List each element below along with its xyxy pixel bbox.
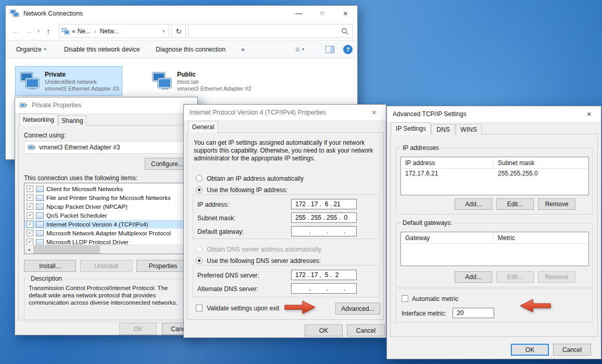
list-item[interactable]: ✓File and Printer Sharing for Microsoft …	[24, 193, 190, 202]
ip-remove-button[interactable]: Remove	[538, 198, 575, 210]
address-dropdown-icon[interactable]: ∨	[162, 29, 165, 33]
column-header-gateway[interactable]: Gateway	[401, 232, 494, 244]
maximize-button[interactable]: □	[310, 6, 334, 21]
close-button[interactable]: ×	[334, 6, 357, 21]
ok-button[interactable]: OK	[305, 324, 343, 336]
tab-sharing[interactable]: Sharing	[58, 115, 86, 125]
breadcrumb-overflow[interactable]: «	[72, 28, 76, 35]
preview-pane-icon[interactable]	[325, 46, 334, 53]
column-header-ip[interactable]: IP address	[401, 157, 494, 169]
titlebar[interactable]: Internet Protocol Version 4 (TCP/IPv4) P…	[184, 105, 386, 120]
file-printer-sharing-icon	[36, 195, 44, 201]
ip-addresses-listview[interactable]: IP address Subnet mask 172.17.6.21 255.2…	[400, 157, 589, 195]
refresh-button[interactable]: ↻	[171, 24, 186, 38]
uninstall-button[interactable]: Uninstall	[80, 260, 132, 272]
gateways-listview[interactable]: Gateway Metric	[400, 232, 589, 266]
breadcrumb-crumb-2[interactable]: Netw...	[100, 28, 119, 35]
search-input[interactable]	[188, 24, 353, 38]
ok-button[interactable]: OK	[119, 323, 157, 335]
tab-general[interactable]: General	[188, 121, 218, 133]
list-item[interactable]: ✓QoS Packet Scheduler	[24, 211, 190, 220]
lldp-icon	[36, 239, 44, 245]
ip-cell[interactable]: 172.17.6.21	[401, 169, 494, 178]
forward-button[interactable]: →	[24, 21, 32, 40]
alternate-dns-field[interactable]: . . .	[291, 283, 357, 294]
column-header-metric[interactable]: Metric	[494, 232, 588, 244]
scrollbar-thumb[interactable]	[33, 245, 100, 254]
radio-use-dns-label[interactable]: Use the following DNS server addresses:	[207, 257, 321, 265]
tab-networking[interactable]: Networking	[19, 114, 58, 125]
properties-button[interactable]: Properties	[136, 260, 190, 272]
ok-button[interactable]: OK	[511, 344, 549, 356]
list-item[interactable]: ✓Microsoft Network Adapter Multiplexor P…	[24, 229, 190, 237]
ip-address-field[interactable]: 172 . 17 . 6 . 21	[291, 199, 357, 209]
up-button[interactable]: ↑	[46, 21, 51, 40]
radio-use-ip[interactable]	[196, 186, 203, 193]
multiplexor-icon	[36, 230, 44, 236]
preferred-dns-field[interactable]: 172 . 17 . 5 . 2	[291, 270, 357, 280]
default-gateway-field[interactable]: . . .	[291, 226, 357, 236]
validate-checkbox-label[interactable]: Validate settings upon exit	[207, 305, 279, 312]
mask-cell[interactable]: 255.255.255.0	[494, 169, 588, 178]
radio-obtain-dns-label: Obtain DNS server address automatically	[207, 246, 321, 253]
radio-use-ip-label[interactable]: Use the following IP address:	[207, 186, 287, 194]
breadcrumb-crumb-1[interactable]: Ne...	[78, 28, 91, 35]
cancel-button[interactable]: Cancel	[347, 324, 385, 336]
gateway-remove-button[interactable]: Remove	[538, 271, 575, 283]
red-arrow-interface-metric	[519, 298, 551, 313]
organize-menu[interactable]: Organize ▾	[16, 41, 46, 58]
address-bar[interactable]: « Ne... › Netw... ∨	[59, 24, 169, 38]
history-dropdown-icon[interactable]: ∨	[37, 21, 40, 40]
navigation-bar: ← → ∨ ↑ « Ne... › Netw... ∨ ↻	[6, 21, 357, 41]
list-item[interactable]: ✓Client for Microsoft Networks	[24, 184, 190, 193]
install-button[interactable]: Install...	[24, 260, 76, 272]
minimize-button[interactable]: —	[287, 6, 310, 21]
tab-dns[interactable]: DNS	[431, 124, 455, 134]
automatic-metric-label[interactable]: Automatic metric	[412, 295, 458, 303]
column-header-mask[interactable]: Subnet mask	[494, 157, 588, 169]
checkbox-checked[interactable]: ✓	[27, 194, 33, 201]
gateway-add-button[interactable]: Add...	[455, 271, 492, 283]
window-title: Internet Protocol Version 4 (TCP/IPv4) P…	[190, 109, 326, 116]
change-view-button[interactable]: ≡ ▾	[295, 41, 304, 58]
radio-obtain-ip[interactable]	[196, 175, 203, 182]
scroll-left-button[interactable]: ◄	[24, 245, 33, 254]
horizontal-scrollbar[interactable]: ◄ ►	[24, 245, 190, 254]
client-icon	[36, 186, 44, 192]
titlebar[interactable]: Advanced TCP/IP Settings ×	[387, 106, 601, 122]
list-item[interactable]: ✓Npcap Packet Driver (NPCAP)	[24, 202, 190, 211]
connection-tile-public[interactable]: Public lrtest.lab vmxnet3 Ethernet Adapt…	[147, 66, 258, 96]
back-button[interactable]: ←	[12, 21, 20, 40]
network-adapter-icon	[18, 71, 41, 92]
interface-metric-field[interactable]: 20	[453, 308, 494, 318]
disable-device-command[interactable]: Disable this network device	[64, 41, 140, 58]
close-button[interactable]: ×	[362, 105, 386, 120]
connection-tile-private[interactable]: Private Unidentified network vmxnet3 Eth…	[15, 66, 122, 96]
advanced-button[interactable]: Advanced...	[335, 303, 380, 315]
subnet-mask-field[interactable]: 255 . 255 . 255 . 0	[291, 212, 357, 223]
checkbox-checked[interactable]: ✓	[27, 203, 33, 210]
item-label: Microsoft Network Adapter Multiplexor Pr…	[46, 230, 171, 236]
ip-add-button[interactable]: Add...	[455, 198, 492, 210]
tab-wins[interactable]: WINS	[456, 124, 482, 134]
cancel-button[interactable]: Cancel	[553, 344, 591, 356]
automatic-metric-checkbox[interactable]	[402, 295, 408, 302]
ip-edit-button[interactable]: Edit...	[496, 198, 534, 210]
tab-ip-settings[interactable]: IP Settings	[391, 122, 431, 134]
radio-obtain-ip-label[interactable]: Obtain an IP address automatically	[207, 175, 304, 182]
radio-obtain-dns[interactable]	[196, 246, 203, 253]
titlebar[interactable]: Private Properties ×	[15, 97, 197, 113]
radio-use-dns[interactable]	[196, 257, 203, 264]
close-button[interactable]: ×	[578, 106, 601, 121]
checkbox-checked[interactable]: ✓	[27, 185, 33, 192]
list-item-selected[interactable]: ✓Internet Protocol Version 4 (TCP/IPv4)	[24, 220, 190, 229]
help-button[interactable]: ?	[343, 45, 353, 54]
gateway-edit-button[interactable]: Edit...	[496, 271, 534, 283]
checkbox-checked[interactable]: ✓	[27, 230, 33, 236]
checkbox-checked[interactable]: ✓	[27, 212, 33, 219]
diagnose-command[interactable]: Diagnose this connection	[156, 41, 225, 58]
command-overflow-chevron[interactable]: »	[241, 41, 245, 58]
checkbox-checked[interactable]: ✓	[27, 221, 33, 228]
validate-checkbox[interactable]	[196, 305, 203, 311]
titlebar[interactable]: Network Connections — □ ×	[6, 6, 357, 21]
